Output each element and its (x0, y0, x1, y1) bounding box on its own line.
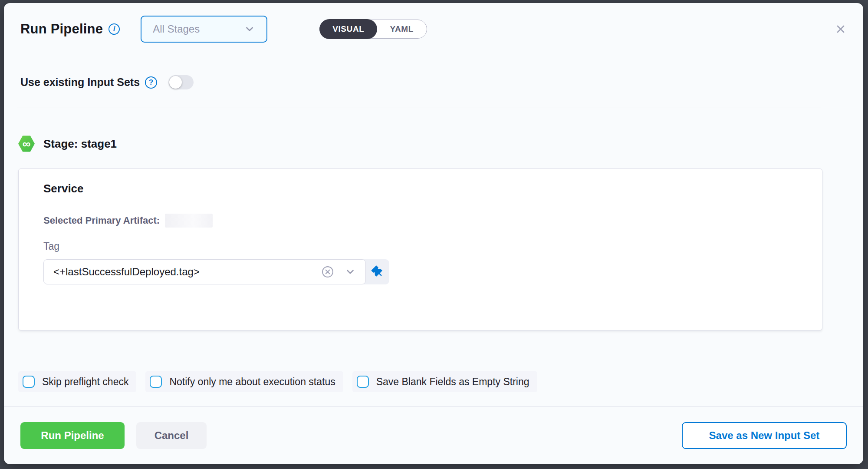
use-input-sets-row: Use existing Input Sets ? (20, 75, 194, 89)
checkbox-icon[interactable] (357, 376, 369, 388)
checkbox-icon[interactable] (23, 376, 35, 388)
tag-input[interactable]: <+lastSuccessfulDeployed.tag> (43, 259, 366, 284)
tag-input-value: <+lastSuccessfulDeployed.tag> (53, 266, 200, 278)
option-label: Skip preflight check (42, 376, 128, 388)
pin-button[interactable] (366, 259, 389, 284)
stage-select-dropdown[interactable]: All Stages (141, 16, 267, 43)
execution-options: Skip preflight check Notify only me abou… (18, 371, 537, 392)
chevron-down-icon[interactable] (345, 266, 356, 277)
option-label: Save Blank Fields as Empty String (376, 376, 529, 388)
stage-hexagon-icon: ∞ (18, 135, 35, 152)
close-icon (835, 23, 847, 35)
selected-artifact-value-redacted (165, 214, 213, 228)
run-pipeline-modal: Run Pipeline i All Stages VISUAL YAML Us… (4, 3, 863, 464)
page-title: Run Pipeline (20, 21, 103, 37)
tab-yaml[interactable]: YAML (377, 24, 426, 34)
clear-icon[interactable] (321, 265, 334, 278)
selected-artifact-row: Selected Primary Artifact: (43, 214, 822, 228)
help-icon[interactable]: ? (145, 76, 157, 89)
toggle-knob (169, 76, 182, 89)
view-mode-toggle: VISUAL YAML (319, 20, 427, 39)
modal-footer: Run Pipeline Cancel Save as New Input Se… (4, 406, 863, 464)
modal-header: Run Pipeline i All Stages VISUAL YAML (4, 3, 863, 55)
stage-title: Stage: stage1 (43, 137, 117, 151)
info-icon[interactable]: i (108, 23, 120, 35)
selected-artifact-label: Selected Primary Artifact: (43, 215, 160, 226)
save-as-new-input-set-button[interactable]: Save as New Input Set (682, 422, 847, 449)
pin-icon (369, 264, 386, 280)
input-sets-toggle[interactable] (168, 75, 194, 89)
service-card-title: Service (43, 182, 822, 195)
close-button[interactable] (831, 20, 850, 39)
checkbox-icon[interactable] (150, 376, 162, 388)
option-notify-only-me[interactable]: Notify only me about execution status (145, 371, 343, 392)
cancel-button[interactable]: Cancel (136, 422, 207, 449)
tag-input-group: <+lastSuccessfulDeployed.tag> (43, 259, 389, 284)
use-input-sets-label: Use existing Input Sets (20, 76, 140, 89)
run-pipeline-button[interactable]: Run Pipeline (20, 422, 125, 449)
option-skip-preflight[interactable]: Skip preflight check (18, 371, 136, 392)
service-card: Service Selected Primary Artifact: Tag <… (18, 168, 822, 330)
stage-row: ∞ Stage: stage1 (18, 135, 117, 152)
tab-visual[interactable]: VISUAL (319, 19, 377, 39)
section-divider (17, 108, 821, 108)
option-save-blank-fields[interactable]: Save Blank Fields as Empty String (352, 371, 537, 392)
tag-field-label: Tag (43, 241, 822, 252)
stage-select-value: All Stages (153, 23, 200, 35)
chevron-down-icon (244, 23, 255, 35)
option-label: Notify only me about execution status (169, 376, 335, 388)
